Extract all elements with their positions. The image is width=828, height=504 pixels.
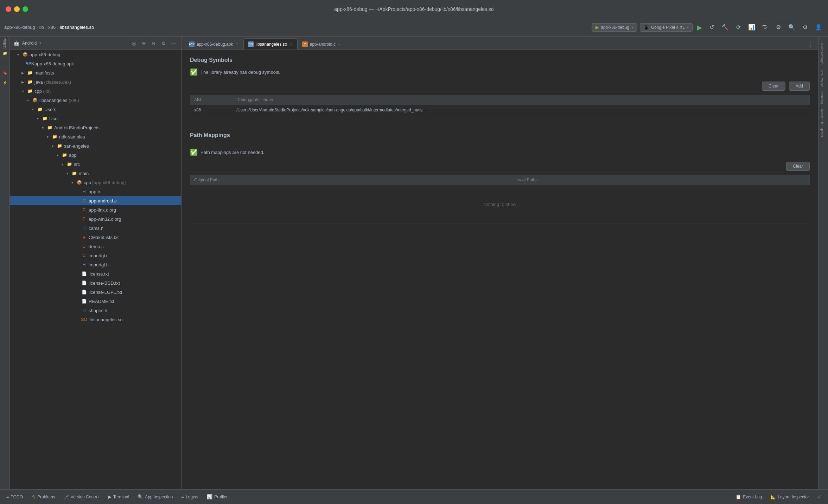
settings-panel-button[interactable]: ⚙ [159, 39, 168, 47]
tree-item-src[interactable]: ▾ 📁 src [10, 160, 181, 169]
build-variants-icon[interactable]: ⚡ [1, 79, 9, 86]
close-panel-button[interactable]: — [169, 39, 178, 47]
content-area: APK app-x86-debug.apk × SO libsanangeles… [181, 37, 818, 489]
account-button[interactable]: 👤 [813, 22, 824, 33]
resource-manager-icon[interactable]: 📁 [1, 49, 9, 57]
preferences-button[interactable]: ⚙ [800, 22, 810, 33]
minimize-button[interactable] [14, 6, 20, 12]
tab-so[interactable]: SO libsanangeles.so × [243, 38, 298, 50]
tree-item-cams-h[interactable]: H cams.h [10, 224, 181, 233]
tree-item-user[interactable]: ▾ 📁 User [10, 114, 181, 123]
run-button[interactable]: ▶ [695, 22, 703, 33]
maximize-button[interactable] [23, 6, 28, 12]
tree-item-app-x86-debug[interactable]: ▾ 📦 app-x86-debug [10, 50, 181, 59]
library-column-header: Debuggable Library [232, 95, 810, 105]
expand-all-button[interactable]: ⊕ [140, 39, 148, 47]
breadcrumb-x86[interactable]: x86 [48, 25, 56, 30]
tree-item-importgl-c[interactable]: C importgl.c [10, 251, 181, 260]
tree-item-shapes-h[interactable]: H shapes.h [10, 306, 181, 315]
tab-so-label: libsanangeles.so [256, 42, 287, 47]
device-file-explorer-icon[interactable]: Device File Explorer [820, 107, 827, 140]
terminal-button[interactable]: ▶ Terminal [104, 493, 133, 501]
folder-icon: 📁 [37, 106, 43, 112]
c-file-icon: C [81, 252, 87, 259]
tree-item-readme-txt[interactable]: 📄 README.txt [10, 297, 181, 306]
tree-item-users[interactable]: ▾ 📁 Users [10, 105, 181, 114]
tree-item-license-lgpl-txt[interactable]: 📄 license-LGPL.txt [10, 287, 181, 297]
left-sidebar-icons: Project 📁 ☰ 🔖 ⚡ [0, 37, 10, 489]
bookmarks-icon[interactable]: 🔖 [1, 69, 9, 77]
tree-item-androidstudioprojects[interactable]: ▾ 📁 AndroidStudioProjects [10, 123, 181, 132]
tab-apk-close[interactable]: × [235, 42, 238, 46]
tab-so-close[interactable]: × [289, 42, 293, 46]
search-button[interactable]: 🔍 [786, 22, 797, 33]
tab-c[interactable]: C app-android.c × [298, 38, 346, 50]
tree-item-license-bsd-txt[interactable]: 📄 license-BSD.txt [10, 278, 181, 287]
tree-item-demo-c[interactable]: C demo.c [10, 242, 181, 251]
file-tree[interactable]: ▾ 📦 app-x86-debug APK app-x86-debug.apk … [10, 50, 181, 489]
collapse-all-button[interactable]: ⊖ [149, 39, 158, 47]
profiler-bottom-button[interactable]: 📊 Profiler [203, 493, 231, 501]
tree-item-app[interactable]: ▾ 📁 app [10, 150, 181, 160]
todo-button[interactable]: ≡ TODO [3, 493, 26, 501]
locate-file-button[interactable]: ◎ [130, 39, 138, 47]
emulator-sidebar-icon[interactable]: Emulator [820, 89, 827, 106]
device-manager-icon[interactable]: Device Manager [820, 39, 827, 67]
close-button[interactable] [6, 6, 11, 12]
tree-item-license-txt[interactable]: 📄 license.txt [10, 269, 181, 278]
logcat-button[interactable]: ≡ Logcat [178, 493, 202, 501]
window-title: app-x86-debug — ~/ApkProjects/app-x86-de… [334, 6, 493, 12]
apk-project-icon[interactable]: APK Project [820, 67, 827, 89]
version-control-button[interactable]: ⎇ Version Control [60, 493, 103, 501]
bottom-status-ok: ✓ [814, 493, 825, 501]
tree-item-app-android-c[interactable]: C app-android.c [10, 196, 181, 205]
tabs-more-button[interactable]: ⋮ [805, 40, 815, 50]
tree-item-main[interactable]: ▾ 📁 main [10, 169, 181, 178]
tree-item-libsanangeles-so[interactable]: SO libsanangeles.so [10, 315, 181, 324]
tree-arrow: ▾ [55, 153, 60, 157]
clear-paths-button[interactable]: Clear [786, 162, 810, 171]
breadcrumb-file[interactable]: libsanangeles.so [60, 25, 94, 30]
table-row[interactable]: x86 /Users/User/AndroidStudioProjects/nd… [190, 105, 810, 115]
tree-item-cpp-app-x86[interactable]: ▾ 📦 cpp [app-x86-debug] [10, 178, 181, 187]
event-log-button[interactable]: 📋 Event Log [732, 493, 765, 501]
project-icon[interactable]: Project [1, 39, 9, 47]
c-file-icon: C [81, 243, 87, 250]
tree-item-app-h[interactable]: H app.h [10, 187, 181, 196]
tree-item-app-win32-c-org[interactable]: C app-win32.c.org [10, 214, 181, 224]
tab-c-close[interactable]: × [338, 42, 341, 46]
sync-button[interactable]: ⟳ [733, 22, 744, 33]
profiler-button[interactable]: 📊 [746, 22, 757, 33]
tree-item-app-linx-c-org[interactable]: C app-linx.c.org [10, 205, 181, 214]
problems-button[interactable]: ⚠ Problems [28, 493, 59, 501]
tree-item-san-angeles[interactable]: ▾ 📁 san-angeles [10, 141, 181, 150]
breadcrumb-app[interactable]: app-x86-debug [4, 25, 35, 30]
refresh-button[interactable]: ↺ [706, 22, 717, 33]
device-config-selector[interactable]: ▶ app-x86-debug ▾ [592, 23, 637, 32]
emulator-selector[interactable]: 📱 Google Pixel 4 XL ▾ [640, 23, 693, 32]
tree-item-cpp-lib[interactable]: ▾ 📁 cpp (lib) [10, 86, 181, 96]
tree-item-apk[interactable]: APK app-x86-debug.apk [10, 59, 181, 68]
debug-symbols-table: ABI Debuggable Library x86 /Users/User/A… [190, 95, 810, 115]
add-debug-button[interactable]: Add [789, 82, 810, 91]
tree-item-libsanangeles[interactable]: ▾ 📦 libsanangeles (x86) [10, 96, 181, 105]
app-inspection-button[interactable]: 🔍 App Inspection [134, 493, 176, 501]
empty-row: Nothing to show [190, 185, 810, 224]
build-button[interactable]: 🔨 [720, 22, 730, 33]
tree-item-ndk-samples[interactable]: ▾ 📁 ndk-samples [10, 132, 181, 141]
tree-item-manifests[interactable]: ▶ 📁 manifests [10, 68, 181, 77]
breadcrumb: app-x86-debug › lib › x86 › libsanangele… [4, 25, 94, 30]
layout-inspector-button[interactable]: 📐 Layout Inspector [767, 493, 813, 501]
folder-icon: 📁 [27, 79, 33, 85]
clear-debug-button[interactable]: Clear [762, 82, 785, 91]
tree-item-cmakelists[interactable]: 🔺 CMakeLists.txt [10, 233, 181, 242]
breadcrumb-lib[interactable]: lib [39, 25, 44, 30]
tree-item-importgl-h[interactable]: H importgl.h [10, 260, 181, 269]
coverage-button[interactable]: 🛡 [760, 22, 770, 33]
tab-apk[interactable]: APK app-x86-debug.apk × [184, 38, 243, 50]
panel-dropdown-arrow[interactable]: ▾ [39, 41, 41, 45]
settings-button[interactable]: ⚙ [773, 22, 784, 33]
apk-icon: APK [27, 60, 33, 67]
structure-icon[interactable]: ☰ [1, 59, 9, 67]
tree-item-java[interactable]: ▶ 📁 java (classes.dex) [10, 77, 181, 86]
